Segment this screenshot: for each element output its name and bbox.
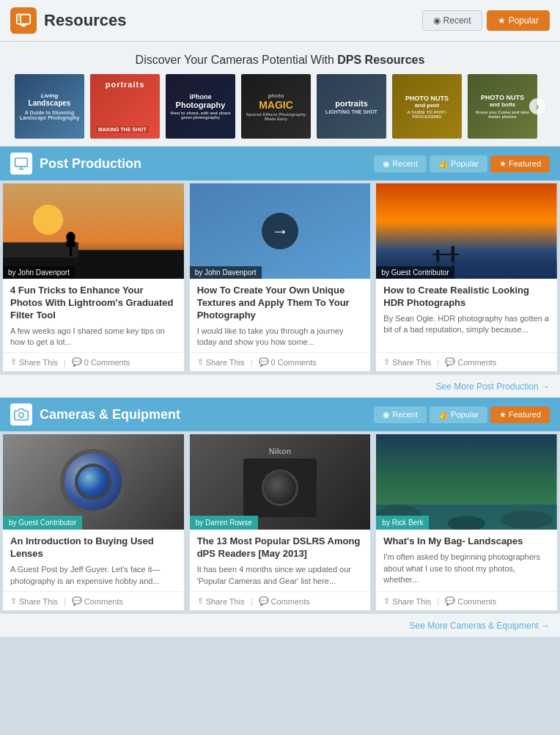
cam-popular-tab[interactable]: 👍 Popular [430,406,487,423]
banner-title-bold: DPS Resources [337,54,424,66]
page-header: Resources ◉ Recent ★ Popular [0,0,560,42]
clock-icon: ◉ [433,15,441,26]
pp-card-3-body: How to Create Realistic Looking HDR Phot… [376,279,557,352]
pp-see-more-link[interactable]: See More Post Production → [436,381,550,392]
books-next-btn[interactable]: › [529,98,545,114]
cam-see-more-link[interactable]: See More Cameras & Equipment → [410,621,550,631]
svg-rect-11 [66,241,75,246]
pp-card-2: → by John Davenport How To Create Your O… [190,183,371,371]
pp-card-2-author: by John Davenport [190,266,262,279]
pp-recent-tab[interactable]: ◉ Recent [374,156,427,172]
pp-featured-tab[interactable]: ★ Featured [490,156,550,172]
header-tabs: ◉ Recent ★ Popular [422,10,550,31]
resources-icon [10,7,37,34]
pp-card-1-title: 4 Fun Tricks to Enhance Your Photos With… [10,285,177,322]
share-icon: ⇧ [383,357,390,367]
book-7[interactable]: PHOTO NUTS and bolts Know you Come and t… [468,74,537,139]
pp-see-more-row: See More Post Production → [0,374,560,398]
post-production-section: Post Production ◉ Recent 👍 Popular ★ Fea… [0,147,560,398]
footer-divider: | [64,597,66,606]
svg-point-10 [66,232,75,242]
page-title: Resources [44,11,422,30]
cam-card-3-share[interactable]: ⇧ Share This [383,596,431,606]
footer-divider: | [437,358,439,367]
book-cover-5: portraits LIGHTING THE SHOT [317,74,386,139]
pp-card-3: by Guest Contributor How to Create Reali… [376,183,557,371]
recent-tab[interactable]: ◉ Recent [422,10,482,31]
cam-card-3-author: by Rick Berk [376,516,429,530]
footer-divider: | [437,597,439,606]
thumbsup-icon: 👍 [438,159,449,169]
footer-divider: | [251,597,253,606]
book-1[interactable]: LivingLandscapesA Guide to Stunning Land… [15,74,84,139]
book-cover-7: PHOTO NUTS and bolts Know you Come and t… [468,74,537,139]
book-4[interactable]: photo MAGIC Special Effects Photography … [241,74,311,139]
cam-card-1-image: by Guest Contributor [3,434,184,530]
comment-icon: 💬 [72,596,82,606]
pp-card-2-share[interactable]: ⇧ Share This [197,357,245,367]
cam-card-1-comments[interactable]: 💬 Comments [72,596,123,606]
pp-card-3-excerpt: By Sean Ogle. HDR photography has gotten… [383,313,550,336]
pp-card-2-comments-count: 0 Comments [271,358,317,367]
popular-tab-label: Popular [509,15,539,26]
cam-card-2-comments[interactable]: 💬 Comments [259,596,310,606]
play-arrow-overlay[interactable]: → [262,213,298,249]
pp-card-2-comments[interactable]: 💬 0 Comments [259,357,317,367]
cam-card-2-body: The 13 Most Popular DSLRS Among dPS Read… [190,530,371,591]
cam-card-3-body: What's In My Bag- Landscapes I'm often a… [376,530,557,591]
cameras-icon [10,403,32,425]
pp-card-3-comments[interactable]: 💬 Comments [445,357,496,367]
book-3[interactable]: iPhone Photography How to shoot, edit an… [166,74,235,139]
svg-rect-17 [432,254,459,255]
cameras-tabs: ◉ Recent 👍 Popular ★ Featured [374,406,550,423]
book-5[interactable]: portraits LIGHTING THE SHOT [317,74,386,139]
book-6[interactable]: PHOTO NUTS and post A GUIDE TO POST-PROC… [392,74,462,139]
pp-card-3-share[interactable]: ⇧ Share This [383,357,431,367]
cam-card-3: by Rick Berk What's In My Bag- Landscape… [376,434,557,610]
pp-card-1-comments[interactable]: 💬 0 Comments [72,357,130,367]
pp-card-1-share-label: Share This [19,358,58,367]
nikon-camera [243,458,317,517]
cam-featured-tab[interactable]: ★ Featured [490,406,550,423]
pp-popular-label: Popular [451,159,479,168]
footer-divider: | [64,358,66,367]
clock-icon: ◉ [383,159,390,169]
cam-card-2-share[interactable]: ⇧ Share This [197,596,245,606]
cam-card-1-footer: ⇧ Share This | 💬 Comments [3,591,184,610]
pp-recent-label: Recent [392,159,418,168]
cam-see-more-row: See More Cameras & Equipment → [0,613,560,637]
cameras-cards: by Guest Contributor An Introduction to … [0,431,560,613]
pp-card-3-share-label: Share This [392,358,431,367]
pp-popular-tab[interactable]: 👍 Popular [430,156,487,172]
book-cover-6: PHOTO NUTS and post A GUIDE TO POST-PROC… [392,74,462,139]
post-production-header: Post Production ◉ Recent 👍 Popular ★ Fea… [0,147,560,180]
thumbsup-icon: 👍 [438,410,449,420]
popular-tab[interactable]: ★ Popular [487,10,550,31]
cam-card-1-share-label: Share This [19,597,58,606]
cam-featured-label: Featured [509,410,541,419]
banner-title: Discover Your Cameras Potential With DPS… [15,54,545,67]
share-icon: ⇧ [197,596,204,606]
comment-icon: 💬 [259,357,269,367]
pp-card-1-image: by John Davenport [3,183,184,279]
post-production-cards: by John Davenport 4 Fun Tricks to Enhanc… [0,180,560,374]
cam-card-1-excerpt: A Guest Post by Jeff Guyer. Let's face i… [10,564,177,587]
svg-point-7 [33,205,63,235]
cameras-section: Cameras & Equipment ◉ Recent 👍 Popular ★… [0,398,560,637]
svg-rect-3 [15,158,28,167]
cam-card-3-title: What's In My Bag- Landscapes [383,535,550,548]
cam-card-2-title: The 13 Most Popular DSLRS Among dPS Read… [197,535,364,560]
pp-card-1-share[interactable]: ⇧ Share This [10,357,58,367]
book-cover-2: portraits MAKING THE SHOT [90,74,160,139]
book-2[interactable]: portraits MAKING THE SHOT [90,74,160,139]
cam-recent-label: Recent [392,410,418,419]
cam-card-1-share[interactable]: ⇧ Share This [10,596,58,606]
pp-card-2-bg: → [190,183,371,279]
pp-card-2-footer: ⇧ Share This | 💬 0 Comments [190,352,371,371]
comment-icon: 💬 [259,596,269,606]
cam-card-3-comments[interactable]: 💬 Comments [445,596,496,606]
post-production-icon [10,153,32,175]
pp-card-1-body: 4 Fun Tricks to Enhance Your Photos With… [3,279,184,352]
star-icon: ★ [499,159,506,169]
cam-recent-tab[interactable]: ◉ Recent [374,406,427,423]
